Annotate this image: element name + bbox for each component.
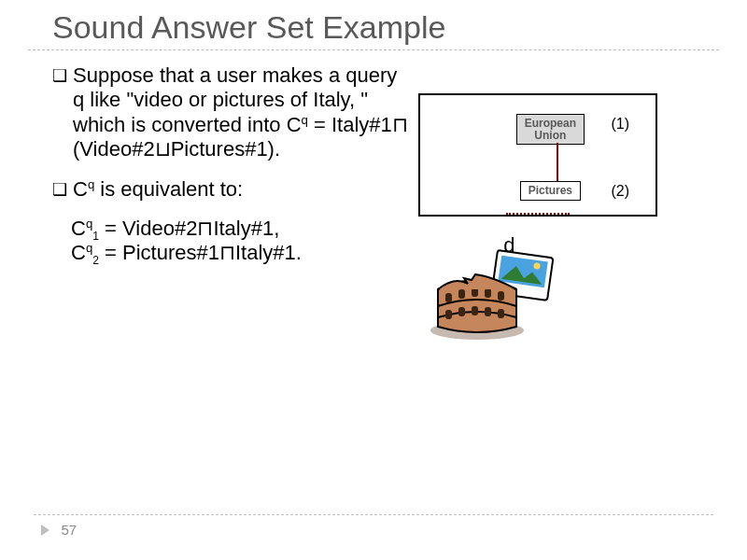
meet-op-icon: ⊓ (197, 217, 213, 240)
context-chip-eu: European Union (516, 114, 585, 145)
context-connector (557, 143, 558, 181)
bullet-2: ❑ Cq is equivalent to: (52, 177, 414, 202)
b1-close: Pictures#1). (171, 137, 280, 161)
context-box: European Union Pictures (1) (2) (418, 93, 657, 217)
footer-divider (34, 514, 713, 515)
svg-rect-9 (445, 310, 452, 319)
eq2-sup: q (86, 241, 92, 255)
title-divider (28, 49, 719, 50)
b1-sup: q (302, 113, 308, 127)
eq2-rhs: Italy#1. (235, 241, 302, 264)
page-number: 57 (61, 522, 77, 538)
bullet-1: ❑ Suppose that a user makes a query q li… (52, 63, 414, 162)
footer: 57 (34, 514, 713, 538)
context-chip-pictures: Pictures (520, 181, 581, 201)
svg-rect-8 (498, 291, 504, 301)
bullet-1-text: Suppose that a user makes a query q like… (73, 63, 414, 162)
svg-rect-4 (445, 293, 452, 302)
bullet-2-text: Cq is equivalent to: (73, 177, 414, 202)
b1-mid: = Italy#1 (308, 113, 392, 136)
svg-rect-7 (485, 288, 491, 298)
chip1-line2: Union (534, 129, 566, 142)
svg-rect-11 (472, 306, 478, 315)
svg-rect-10 (458, 307, 465, 316)
svg-rect-5 (458, 289, 465, 299)
context-label-2: (2) (611, 183, 629, 200)
context-dotted-connector (506, 213, 570, 215)
meet-op-icon: ⊓ (392, 113, 408, 136)
b2-prefix: C (73, 177, 88, 201)
slide-title: Sound Answer Set Example (52, 9, 710, 46)
bullet-marker-icon: ❑ (52, 66, 67, 162)
eq1-lhs: C (71, 217, 86, 240)
svg-rect-12 (485, 307, 491, 316)
page-arrow-icon (41, 525, 49, 536)
eq2-lhs: C (71, 241, 86, 264)
eq1-sub: 1 (92, 230, 99, 243)
eq1-sup: q (86, 217, 92, 231)
b1-open: (Video#2 (73, 137, 155, 161)
eq2-sub: 2 (92, 255, 99, 268)
left-column: ❑ Suppose that a user makes a query q li… (52, 63, 414, 281)
bullet-marker-icon: ❑ (52, 180, 67, 202)
eq1-mid: = Video#2 (99, 217, 197, 240)
italy-clipart-icon (427, 248, 563, 342)
join-op-icon: ⊔ (155, 137, 171, 161)
eq2-mid: = Pictures#1 (99, 241, 219, 264)
body: ❑ Suppose that a user makes a query q li… (52, 63, 710, 281)
slide: Sound Answer Set Example ❑ Suppose that … (0, 0, 747, 560)
svg-rect-13 (498, 309, 504, 318)
equations: Cq1 = Video#2⊓Italy#1, Cq2 = Pictures#1⊓… (71, 217, 414, 266)
equations-text: Cq1 = Video#2⊓Italy#1, Cq2 = Pictures#1⊓… (71, 217, 414, 266)
right-column: European Union Pictures (1) (2) d (414, 63, 710, 281)
eq1-rhs: Italy#1, (213, 217, 279, 240)
b2-suffix: is equivalent to: (94, 177, 243, 201)
meet-op-icon: ⊓ (219, 241, 235, 264)
context-label-1: (1) (611, 116, 629, 133)
